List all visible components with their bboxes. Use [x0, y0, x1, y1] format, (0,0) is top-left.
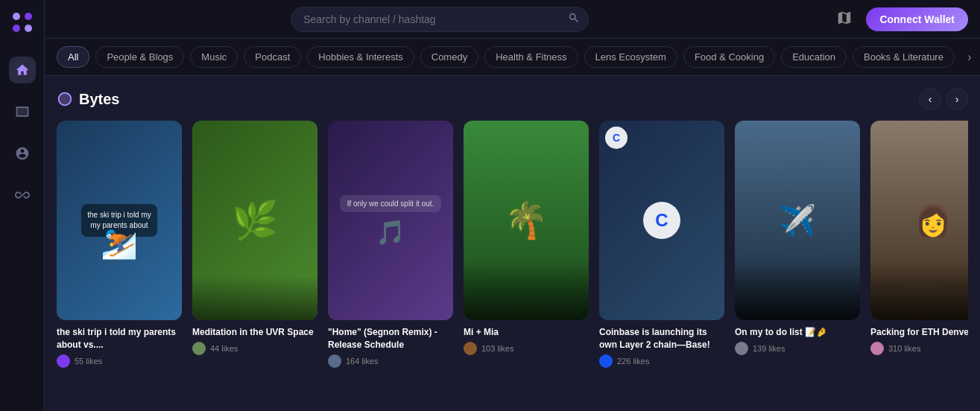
- category-health[interactable]: Health & Fitness: [484, 46, 578, 68]
- video-meta-7: 310 likes: [870, 342, 968, 355]
- video-card-3[interactable]: If only we could split it out. 🎵 "Home" …: [328, 121, 453, 368]
- sidebar-item-home[interactable]: [9, 57, 36, 83]
- likes-2: 44 likes: [210, 344, 238, 353]
- likes-4: 103 likes: [481, 344, 513, 353]
- section-title: Bytes: [79, 91, 119, 108]
- video-title-5: Coinbase is launching its own Layer 2 ch…: [599, 326, 724, 351]
- video-title-1: the ski trip i told my parents about vs.…: [57, 326, 182, 351]
- search-icon: [568, 12, 580, 27]
- svg-point-0: [13, 13, 20, 20]
- svg-point-2: [13, 25, 20, 32]
- category-podcast[interactable]: Podcast: [244, 46, 301, 68]
- video-meta-3: 164 likes: [328, 354, 453, 368]
- likes-1: 55 likes: [75, 357, 102, 366]
- video-meta-1: 55 likes: [57, 354, 182, 368]
- video-title-6: On my to do list 📝🤌: [735, 326, 860, 339]
- sidebar-item-profile[interactable]: [9, 140, 36, 167]
- video-meta-5: 226 likes: [599, 354, 724, 368]
- bytes-icon: [57, 91, 73, 107]
- video-thumbnail-2: 🌿: [192, 121, 317, 320]
- video-card-5[interactable]: C C Coinbase is launching its own Layer …: [599, 121, 724, 368]
- avatar-4: [464, 342, 477, 355]
- video-card-6[interactable]: ✈️ On my to do list 📝🤌 139 likes: [735, 121, 860, 368]
- category-food[interactable]: Food & Cooking: [683, 46, 775, 68]
- sidebar: [0, 0, 45, 411]
- video-card-7[interactable]: 👩 Packing for ETH Denver 310 likes: [870, 121, 968, 368]
- categories-right-chevron[interactable]: ›: [961, 48, 979, 66]
- likes-5: 226 likes: [617, 357, 649, 366]
- video-thumbnail-4: 🌴: [464, 121, 589, 320]
- avatar-6: [735, 342, 748, 355]
- video-card-1[interactable]: the ski trip i told mymy parents about ⛷…: [57, 121, 182, 368]
- category-music[interactable]: Music: [190, 46, 238, 68]
- video-thumbnail-6: ✈️: [735, 121, 860, 320]
- video-card-4[interactable]: 🌴 Mi + Mia 103 likes: [464, 121, 589, 368]
- likes-3: 164 likes: [346, 357, 378, 366]
- svg-point-1: [25, 13, 32, 20]
- category-all[interactable]: All: [57, 46, 89, 68]
- category-people-blogs[interactable]: People & Blogs: [95, 46, 184, 68]
- video-title-2: Meditation in the UVR Space: [192, 326, 317, 339]
- connect-wallet-button[interactable]: Connect Wallet: [866, 7, 968, 31]
- video-thumbnail-7: 👩: [870, 121, 968, 320]
- video-card-2[interactable]: 🌿 Meditation in the UVR Space 44 likes: [192, 121, 317, 368]
- category-comedy[interactable]: Comedy: [420, 46, 478, 68]
- next-arrow[interactable]: ›: [946, 88, 968, 110]
- video-meta-4: 103 likes: [464, 342, 589, 355]
- avatar-7: [870, 342, 884, 355]
- avatar-2: [192, 342, 206, 355]
- avatar-5: [599, 354, 613, 368]
- svg-point-3: [25, 25, 32, 32]
- video-thumbnail-5: C C: [599, 121, 724, 320]
- sidebar-logo: [9, 9, 36, 36]
- video-title-3: "Home" (Segnon Remix) - Release Schedule: [328, 326, 453, 351]
- video-meta-6: 139 likes: [735, 342, 860, 355]
- sidebar-item-infinity[interactable]: [9, 182, 36, 208]
- search-input[interactable]: [291, 7, 589, 32]
- category-books[interactable]: Books & Literature: [853, 46, 955, 68]
- section-navigation: ‹ ›: [919, 88, 968, 110]
- content-area: Bytes ‹ › the ski trip i told mymy paren…: [45, 76, 980, 411]
- section-header: Bytes ‹ ›: [57, 88, 968, 110]
- video-thumbnail-3: If only we could split it out. 🎵: [328, 121, 453, 320]
- video-title-4: Mi + Mia: [464, 326, 589, 339]
- likes-7: 310 likes: [888, 344, 920, 353]
- prev-arrow[interactable]: ‹: [919, 88, 941, 110]
- category-hobbies[interactable]: Hobbies & Interests: [307, 46, 414, 68]
- category-education[interactable]: Education: [781, 46, 847, 68]
- map-icon[interactable]: [832, 5, 857, 34]
- video-meta-2: 44 likes: [192, 342, 317, 355]
- category-bar: All People & Blogs Music Podcast Hobbies…: [45, 39, 980, 76]
- avatar-3: [328, 354, 341, 368]
- video-thumbnail-1: the ski trip i told mymy parents about ⛷…: [57, 121, 182, 320]
- video-grid: the ski trip i told mymy parents about ⛷…: [57, 121, 968, 368]
- likes-6: 139 likes: [753, 344, 785, 353]
- category-lens[interactable]: Lens Ecosystem: [584, 46, 677, 68]
- search-container: [291, 7, 589, 32]
- avatar-1: [57, 354, 70, 368]
- header: Connect Wallet: [45, 0, 980, 39]
- video-title-7: Packing for ETH Denver: [870, 326, 968, 339]
- main-content: Connect Wallet All People & Blogs Music …: [45, 0, 980, 411]
- sidebar-item-video[interactable]: [9, 98, 36, 125]
